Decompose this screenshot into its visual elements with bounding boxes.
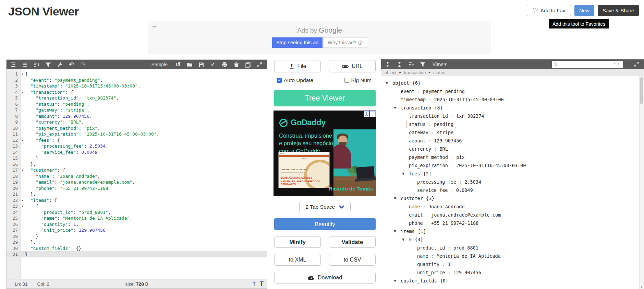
tree-node[interactable]: service_fee : 0.0049 — [381, 186, 644, 194]
expand-icon[interactable] — [256, 61, 263, 68]
editor-line[interactable]: 30 "custom_fields": {} — [7, 245, 267, 252]
check-icon[interactable]: ✓ — [210, 61, 216, 68]
editor-line[interactable]: 15 } — [7, 155, 267, 161]
editor-line[interactable]: 21 }, — [7, 191, 267, 197]
tree-node[interactable]: ▼object{6} — [381, 79, 644, 87]
collapse-arrow-icon[interactable]: ▼ — [394, 194, 401, 203]
fold-arrow-icon[interactable]: ▾ — [20, 89, 25, 95]
big-num-checkbox[interactable]: Big Num — [344, 77, 372, 83]
align-icon[interactable] — [22, 61, 28, 68]
tree-node[interactable]: name : Mentoria de IA Aplicada — [381, 252, 644, 260]
ad-options-icon[interactable]: ⋮ — [370, 111, 376, 117]
editor-line[interactable]: 29 ], — [7, 239, 267, 245]
to-csv-button[interactable]: to CSV — [329, 254, 376, 266]
copy-icon[interactable] — [245, 61, 251, 68]
url-load-button[interactable]: URL — [329, 60, 376, 72]
fold-arrow-icon[interactable]: ▾ — [20, 71, 25, 77]
tree-node[interactable]: phone : +55 21 99742-1188 — [381, 219, 644, 227]
tree-node[interactable]: amount : 129.907456 — [381, 137, 644, 145]
editor-line[interactable]: 1▾{ — [7, 71, 267, 77]
editor-line[interactable]: 19 "email": "joana.andrade@example.com", — [7, 179, 267, 185]
expandall-icon[interactable] — [385, 61, 391, 68]
tree-node[interactable]: name : Joana Andrade — [381, 203, 644, 211]
validate-button[interactable]: Validate — [329, 236, 376, 248]
tree-node[interactable]: transaction_id : txn_982374 — [381, 112, 644, 120]
editor-line[interactable]: 26 "quantity": 1, — [7, 221, 267, 228]
print-icon[interactable] — [221, 61, 228, 68]
editor-line[interactable]: 14 "service_fee": 0.0049 — [7, 149, 267, 155]
tree-node[interactable]: ▼fees{2} — [381, 170, 644, 178]
tree-node[interactable]: pix_expiration : 2025-10-31T16:45:00-03:… — [381, 161, 644, 170]
view-dropdown[interactable]: View ▾ — [433, 61, 447, 67]
tree-scrollbar[interactable]: ▾ — [639, 76, 644, 289]
editor-line[interactable]: 2 "event": "payment_pending", — [7, 77, 267, 83]
editor-line[interactable]: 25 "name": "Mentoria de IA Aplicada", — [7, 215, 267, 221]
editor-line[interactable]: 13 "processing_fee": 2.5034, — [7, 143, 267, 149]
editor-line[interactable]: 10 "payment_method": "pix", — [7, 125, 267, 131]
filter-icon[interactable] — [420, 61, 426, 68]
editor-line[interactable]: 5 "transaction_id": "txn_982374", — [7, 95, 267, 101]
add-to-fav-button[interactable]: ♡ Add to Fav — [527, 5, 571, 16]
editor-line[interactable]: 8 "amount": 129.907456, — [7, 113, 267, 119]
editor-line[interactable]: 11 "pix_expiration": "2025-10-31T16:45:0… — [7, 131, 267, 137]
folder-icon[interactable] — [186, 61, 193, 68]
editor-line[interactable]: 16 }, — [7, 161, 267, 167]
tree-node[interactable]: payment_method : pix — [381, 153, 644, 161]
tree-node[interactable]: quantity : 1 — [381, 260, 644, 268]
tree-node[interactable]: ▼custom_fields{0} — [381, 277, 644, 285]
editor-line[interactable]: 6 "status": "pending", — [7, 101, 267, 107]
tree-node[interactable]: product_id : prod_8801 — [381, 244, 644, 252]
collapse-arrow-icon[interactable]: ▼ — [402, 235, 409, 244]
indent-icon[interactable] — [10, 61, 16, 68]
tree-node[interactable]: ▼0{4} — [381, 235, 644, 244]
ad-info-icon[interactable] — [364, 111, 369, 117]
tree-node[interactable]: status : pending — [381, 120, 644, 128]
collapse-arrow-icon[interactable]: ▼ — [394, 277, 401, 285]
editor-line[interactable]: 20 "phone": "+55 21 99742-1188" — [7, 185, 267, 192]
trash-icon[interactable] — [233, 61, 240, 68]
download-button[interactable]: Download — [274, 272, 376, 284]
editor-line[interactable]: 9 "currency": "BRL", — [7, 119, 267, 125]
redo-icon[interactable]: ↷ — [80, 61, 86, 68]
tree-search-box[interactable]: ▼▲ — [552, 61, 623, 68]
wrench-icon[interactable] — [57, 61, 63, 68]
tree-viewer-button[interactable]: Tree Viewer — [274, 90, 376, 106]
editor-line[interactable]: 3 "timestamp": "2025-10-31T15:45:00-03:0… — [7, 83, 267, 89]
editor-line[interactable]: 7 "gateway": "stripe", — [7, 107, 267, 113]
collapseall-icon[interactable] — [396, 61, 403, 68]
search-input[interactable] — [552, 61, 623, 68]
sortdown-icon[interactable] — [408, 61, 414, 68]
editor-line[interactable]: 31} — [7, 251, 267, 257]
new-button[interactable]: New — [574, 5, 594, 16]
editor-line[interactable]: 27 "unit_price": 129.907456 — [7, 227, 267, 233]
editor-line[interactable]: 17▾ "customer": { — [7, 167, 267, 173]
code-editor[interactable]: 1▾{2 "event": "payment_pending",3 "times… — [7, 69, 267, 279]
breadcrumb-item[interactable]: object — [385, 70, 397, 75]
tree-node[interactable]: processing_fee : 2.5034 — [381, 178, 644, 186]
sortdown-icon[interactable] — [33, 61, 40, 68]
breadcrumb-item[interactable]: status — [433, 70, 445, 75]
editor-line[interactable]: 12▾ "fees": { — [7, 137, 267, 143]
editor-line[interactable]: 22▾ "items": [ — [7, 197, 267, 204]
fold-arrow-icon[interactable]: ▾ — [20, 137, 25, 143]
file-upload-button[interactable]: File — [274, 60, 321, 72]
tree-node[interactable]: ▼transaction{8} — [381, 104, 644, 112]
stop-seeing-ad-button[interactable]: Stop seeing this ad — [272, 37, 323, 48]
undo-icon[interactable]: ↶ — [68, 61, 75, 68]
to-xml-button[interactable]: to XML — [274, 254, 321, 266]
editor-line[interactable]: 23▾ { — [7, 203, 267, 209]
editor-line[interactable]: 18 "name": "Joana Andrade", — [7, 173, 267, 180]
why-this-ad-button[interactable]: Why this ad? — [323, 37, 367, 48]
tree-node[interactable]: timestamp : 2025-10-31T15:45:00-03:00 — [381, 95, 644, 104]
collapse-arrow-icon[interactable]: ▼ — [402, 170, 409, 178]
editor-line[interactable]: 24 "product_id": "prod_8801", — [7, 209, 267, 216]
save-icon[interactable] — [198, 61, 205, 68]
tree-node[interactable]: ▼customer{3} — [381, 194, 644, 203]
collapse-arrow-icon[interactable]: ▼ — [394, 227, 401, 235]
fullscreen-icon[interactable] — [633, 61, 640, 68]
fold-arrow-icon[interactable]: ▾ — [20, 203, 25, 209]
breadcrumb-item[interactable]: transaction — [404, 70, 426, 75]
save-share-button[interactable]: Save & Share — [598, 5, 639, 16]
filter-icon[interactable] — [45, 61, 51, 68]
minify-button[interactable]: Minify — [274, 236, 321, 248]
